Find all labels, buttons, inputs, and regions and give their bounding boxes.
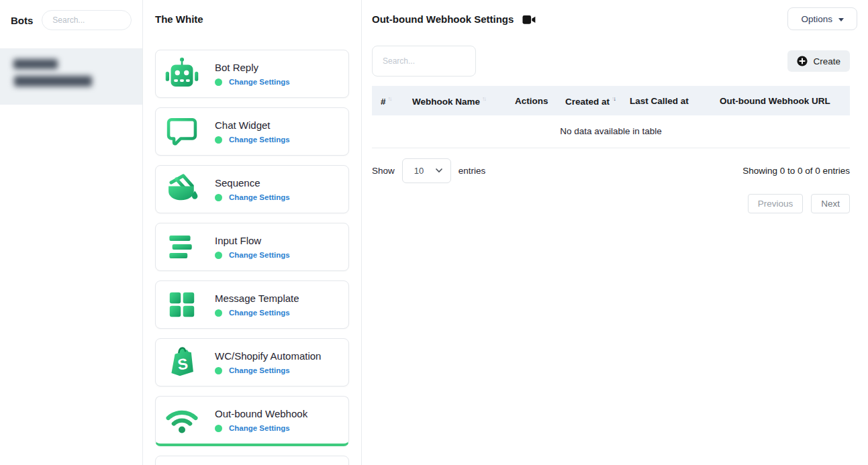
previous-page-button[interactable]: Previous (748, 194, 804, 213)
create-button[interactable]: Create (787, 50, 850, 72)
card-title: Message Template (215, 293, 299, 304)
table-empty-row: No data available in table (372, 115, 850, 148)
card-title: Bot Reply (215, 62, 290, 73)
pagination: Previous Next (372, 194, 850, 213)
feature-card-input-flow[interactable]: Input Flow Change Settings (155, 223, 349, 271)
wifi-icon (164, 403, 199, 437)
page-size-select[interactable]: 10 (402, 158, 451, 183)
card-title: Input Flow (215, 235, 290, 246)
sort-icon-active-desc[interactable]: ↑↓ (612, 95, 615, 102)
feature-card-bot-reply[interactable]: Bot Reply Change Settings (155, 50, 349, 98)
webhook-search-input[interactable] (372, 46, 476, 76)
feature-card-sequence[interactable]: Sequence Change Settings (155, 165, 349, 213)
entries-summary: Showing 0 to 0 of 0 entries (742, 166, 850, 176)
column-header-actions: Actions (510, 86, 560, 115)
change-settings-link[interactable]: Change Settings (229, 193, 290, 201)
status-dot (215, 425, 222, 432)
webhooks-table: #↑↓ Webhook Name↑↓ Actions Created at↑↓ … (372, 86, 850, 148)
change-settings-link[interactable]: Change Settings (229, 309, 290, 317)
change-settings-link[interactable]: Change Settings (229, 251, 290, 259)
plus-circle-icon (797, 56, 808, 66)
card-title: Out-bound Webhook (215, 408, 307, 419)
create-button-label: Create (813, 56, 840, 66)
robot-icon (164, 56, 199, 91)
grid-icon (164, 287, 199, 322)
status-dot (215, 79, 222, 86)
empty-message: No data available in table (372, 115, 850, 148)
bot-list-item-selected[interactable] (0, 48, 142, 105)
next-page-button[interactable]: Next (811, 194, 850, 213)
list-bars-icon (164, 229, 199, 264)
chevron-down-icon (838, 18, 844, 21)
chat-bubble-icon (164, 114, 199, 149)
options-button-label: Options (801, 14, 832, 24)
paint-bucket-icon (164, 172, 199, 207)
feature-card-partial[interactable] (155, 456, 349, 465)
sidebar-header: Bots (0, 0, 142, 40)
bot-name-redacted (13, 59, 58, 69)
bot-name-heading: The White (155, 13, 349, 25)
video-camera-icon[interactable] (522, 15, 536, 25)
outbound-webhook-settings-panel: Out-bound Webhook Settings Options (362, 0, 868, 465)
column-header-created-at[interactable]: Created at↑↓ (560, 86, 624, 115)
show-label: Show (372, 166, 395, 176)
column-header-webhook-name[interactable]: Webhook Name↑↓ (407, 86, 510, 115)
change-settings-link[interactable]: Change Settings (229, 136, 290, 144)
column-header-last-called-at: Last Called at (624, 86, 713, 115)
card-title: Chat Widget (215, 119, 290, 131)
status-dot (215, 309, 222, 317)
change-settings-link[interactable]: Change Settings (229, 424, 290, 432)
feature-card-outbound-webhook[interactable]: Out-bound Webhook Change Settings (155, 396, 349, 446)
feature-card-chat-widget[interactable]: Chat Widget Change Settings (155, 107, 349, 156)
bot-phone-redacted (14, 76, 92, 87)
status-dot (215, 367, 222, 374)
bots-search-input[interactable] (42, 10, 132, 30)
sort-icon[interactable]: ↑↓ (482, 95, 485, 102)
page-size-value: 10 (414, 166, 424, 176)
status-dot (215, 194, 222, 201)
sort-icon[interactable]: ↑↓ (388, 95, 391, 102)
shopify-bag-icon: S (164, 345, 199, 380)
sidebar-title: Bots (11, 15, 33, 26)
column-header-index[interactable]: #↑↓ (372, 86, 407, 115)
entries-label: entries (459, 166, 486, 176)
card-title: WC/Shopify Automation (215, 350, 321, 362)
column-header-outbound-webhook-url: Out-bound Webhook URL (713, 86, 850, 115)
change-settings-link[interactable]: Change Settings (229, 366, 290, 374)
feature-card-message-template[interactable]: Message Template Change Settings (155, 280, 349, 329)
card-title: Sequence (215, 177, 290, 189)
status-dot (215, 136, 222, 144)
options-button[interactable]: Options (787, 7, 857, 30)
change-settings-link[interactable]: Change Settings (229, 78, 290, 86)
bots-sidebar: Bots (0, 0, 143, 465)
status-dot (215, 252, 222, 259)
chevron-down-icon (435, 168, 443, 173)
feature-card-wc-shopify[interactable]: S WC/Shopify Automation Change Settings (155, 338, 349, 386)
page-title: Out-bound Webhook Settings (372, 13, 514, 25)
bot-features-panel: The White Bot Reply Change Settings (143, 0, 362, 465)
